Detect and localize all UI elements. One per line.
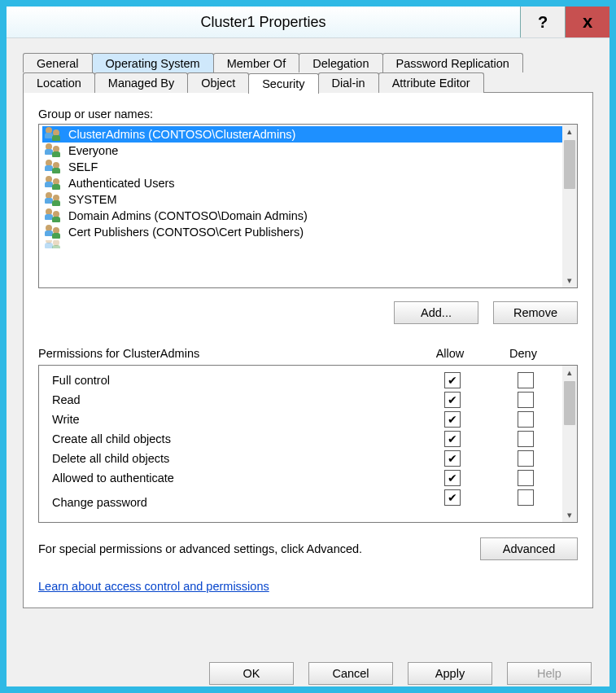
deny-checkbox[interactable]: [518, 392, 534, 408]
permission-name: Change password: [52, 496, 416, 509]
cancel-button[interactable]: Cancel: [308, 662, 393, 685]
permission-row: Full control: [39, 371, 577, 390]
tab-object[interactable]: Object: [187, 72, 249, 93]
column-deny: Deny: [487, 347, 560, 360]
deny-checkbox[interactable]: [518, 431, 534, 447]
group-list-scrollbar[interactable]: ▴ ▾: [562, 125, 577, 287]
tab-general[interactable]: General: [23, 53, 93, 72]
group-row[interactable]: Everyone: [42, 143, 577, 159]
tab-strip: GeneralOperating SystemMember OfDelegati…: [23, 53, 593, 608]
ok-button[interactable]: OK: [209, 662, 294, 685]
group-icon: [46, 176, 63, 191]
group-row[interactable]: [42, 240, 577, 248]
tab-password-replication[interactable]: Password Replication: [382, 53, 523, 72]
permission-row: Create all child objects: [39, 429, 577, 449]
apply-button[interactable]: Apply: [408, 662, 492, 685]
permission-name: Allowed to authenticate: [52, 472, 416, 485]
group-icon: [46, 208, 63, 223]
group-name: ClusterAdmins (CONTOSO\ClusterAdmins): [68, 128, 295, 141]
tab-member-of[interactable]: Member Of: [213, 53, 300, 72]
permissions-for-label: Permissions for ClusterAdmins: [38, 347, 413, 360]
scroll-down-icon[interactable]: ▾: [567, 510, 572, 520]
properties-dialog: Cluster1 Properties ? x GeneralOperating…: [0, 0, 616, 693]
tab-row-1: GeneralOperating SystemMember OfDelegati…: [23, 53, 593, 72]
permission-name: Read: [52, 393, 416, 406]
title-bar: Cluster1 Properties ? x: [7, 7, 609, 38]
deny-checkbox[interactable]: [518, 411, 534, 428]
deny-checkbox[interactable]: [518, 372, 534, 388]
permission-row: Write: [39, 410, 577, 429]
dialog-buttons: OK Cancel Apply Help: [7, 652, 609, 686]
group-icon: [46, 240, 63, 248]
allow-checkbox[interactable]: [444, 372, 461, 388]
deny-checkbox[interactable]: [518, 450, 534, 467]
group-icon: [46, 225, 63, 239]
group-icon: [46, 143, 63, 158]
tab-attribute-editor[interactable]: Attribute Editor: [378, 72, 484, 93]
tab-security[interactable]: Security: [248, 73, 318, 94]
group-name: SYSTEM: [68, 193, 117, 206]
permission-name: Full control: [52, 374, 416, 387]
column-allow: Allow: [413, 347, 487, 360]
tab-delegation[interactable]: Delegation: [299, 53, 382, 72]
advanced-message: For special permissions or advanced sett…: [38, 542, 467, 555]
allow-checkbox[interactable]: [444, 392, 461, 408]
group-list-label: Group or user names:: [38, 107, 578, 121]
scroll-down-icon[interactable]: ▾: [567, 275, 572, 286]
help-link[interactable]: Learn about access control and permissio…: [38, 580, 578, 593]
permissions-grid[interactable]: Full controlReadWriteCreate all child ob…: [38, 365, 578, 523]
group-icon: [46, 127, 63, 142]
group-icon: [46, 192, 63, 207]
group-name: Everyone: [68, 144, 118, 157]
permission-name: Write: [52, 413, 416, 426]
help-button[interactable]: Help: [507, 662, 592, 685]
group-row[interactable]: ClusterAdmins (CONTOSO\ClusterAdmins): [42, 126, 577, 143]
group-row[interactable]: Authenticated Users: [42, 175, 577, 191]
tab-location[interactable]: Location: [23, 72, 95, 93]
permissions-header: Permissions for ClusterAdmins Allow Deny: [38, 347, 578, 360]
group-name: Authenticated Users: [68, 177, 175, 190]
advanced-button[interactable]: Advanced: [480, 537, 578, 560]
group-icon: [46, 160, 63, 174]
group-name: Domain Admins (CONTOSO\Domain Admins): [68, 209, 308, 222]
group-name: Cert Publishers (CONTOSO\Cert Publishers…: [68, 226, 304, 239]
allow-checkbox[interactable]: [444, 411, 461, 428]
scroll-thumb[interactable]: [564, 140, 575, 189]
add-button[interactable]: Add...: [394, 301, 478, 324]
allow-checkbox[interactable]: [444, 470, 461, 486]
permissions-scrollbar[interactable]: ▴ ▾: [562, 366, 577, 522]
group-row[interactable]: SELF: [42, 159, 577, 175]
permission-row: Allowed to authenticate: [39, 468, 577, 488]
title-help-button[interactable]: ?: [520, 7, 565, 37]
tab-row-2: LocationManaged ByObjectSecurityDial-inA…: [23, 72, 593, 93]
window-title: Cluster1 Properties: [7, 7, 520, 37]
group-name: SELF: [68, 160, 98, 173]
group-row[interactable]: SYSTEM: [42, 191, 577, 208]
scroll-up-icon[interactable]: ▴: [567, 126, 572, 137]
permission-row: Read: [39, 390, 577, 410]
client-area: GeneralOperating SystemMember OfDelegati…: [7, 38, 609, 652]
deny-checkbox[interactable]: [518, 470, 534, 486]
tab-dial-in[interactable]: Dial-in: [318, 72, 379, 93]
tab-panel-security: Group or user names: ClusterAdmins (CONT…: [23, 92, 593, 608]
permission-name: Create all child objects: [52, 432, 416, 445]
allow-checkbox[interactable]: [444, 431, 461, 447]
permission-name: Delete all child objects: [52, 452, 416, 465]
group-listbox[interactable]: ClusterAdmins (CONTOSO\ClusterAdmins)Eve…: [38, 124, 578, 288]
scroll-thumb[interactable]: [564, 381, 575, 425]
permission-row: Change password: [39, 488, 577, 507]
remove-button[interactable]: Remove: [493, 301, 578, 324]
tab-operating-system[interactable]: Operating System: [92, 53, 214, 72]
allow-checkbox[interactable]: [444, 489, 461, 506]
scroll-up-icon[interactable]: ▴: [567, 367, 572, 378]
group-row[interactable]: Cert Publishers (CONTOSO\Cert Publishers…: [42, 224, 577, 240]
tab-managed-by[interactable]: Managed By: [94, 72, 188, 93]
title-close-button[interactable]: x: [565, 7, 609, 37]
allow-checkbox[interactable]: [444, 450, 461, 467]
deny-checkbox[interactable]: [518, 489, 534, 506]
permission-row: Delete all child objects: [39, 449, 577, 468]
group-row[interactable]: Domain Admins (CONTOSO\Domain Admins): [42, 208, 577, 224]
